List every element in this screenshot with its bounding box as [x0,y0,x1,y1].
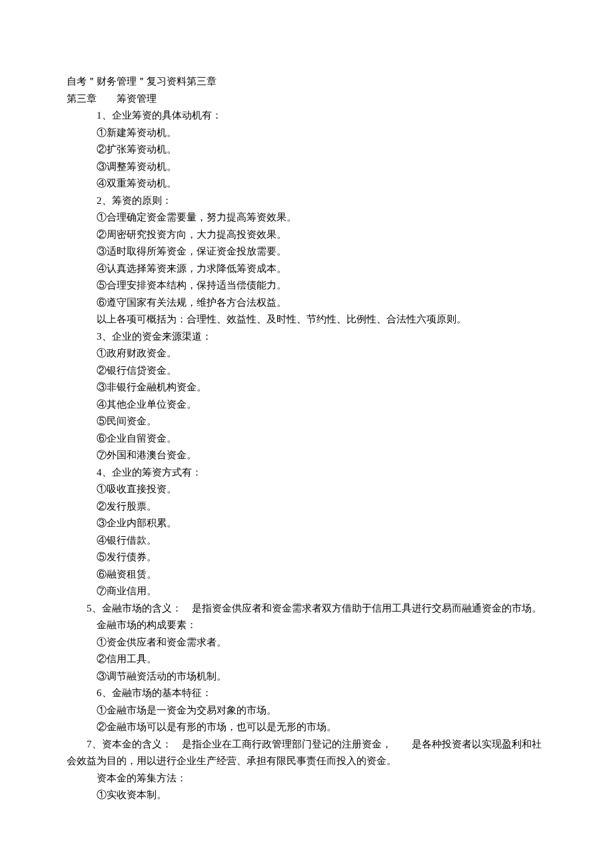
section-5-sub: 金融市场的构成要素： [67,617,546,634]
list-item: ⑥融资租赁。 [67,566,546,584]
list-item: ②信用工具。 [67,651,546,668]
section-7-sub: 资本金的筹集方法： [67,770,546,787]
list-item: ⑤民间资金。 [67,413,546,430]
list-item: ③调整筹资动机。 [67,159,546,176]
list-item: ①资金供应者和资金需求者。 [67,634,546,651]
list-item: ①吸收直接投资。 [67,481,546,498]
list-item: ③企业内部积累。 [67,515,546,532]
list-item: ①新建筹资动机。 [67,125,546,142]
section-4-head: 4、企业的筹资方式有： [67,464,546,482]
list-item: ⑤合理安排资本结构，保持适当偿债能力。 [67,277,546,294]
section-7-head: 7、资本金的含义： 是指企业在工商行政管理部门登记的注册资金， 是各种投资者以实… [67,736,546,770]
section-3-head: 3、企业的资金来源渠道： [67,328,546,346]
list-item: ①政府财政资金。 [67,345,546,362]
section-2-summary: 以上各项可概括为：合理性、效益性、及时性、节约性、比例性、合法性六项原则。 [67,311,546,328]
list-item: ⑥遵守国家有关法规，维护各方合法权益。 [67,294,546,312]
list-item: ②发行股票。 [67,498,546,516]
list-item: ②扩张筹资动机。 [67,141,546,159]
list-item: ③适时取得所筹资金，保证资金投放需要。 [67,243,546,260]
list-item: ⑤发行债券。 [67,549,546,566]
list-item: ④认真选择筹资来源，力求降低筹资成本。 [67,260,546,278]
list-item: ①金融市场是一资金为交易对象的市场。 [67,702,546,719]
list-item: ②金融市场可以是有形的市场，也可以是无形的市场。 [67,719,546,736]
list-item: ④双重筹资动机。 [67,175,546,193]
document-title: 自考＂财务管理＂复习资料第三章 [67,73,546,91]
section-6-head: 6、金融市场的基本特征： [67,685,546,702]
list-item: ①实收资本制。 [67,787,546,804]
section-1-head: 1、企业筹资的具体动机有： [67,107,546,125]
list-item: ③调节融资活动的市场机制。 [67,668,546,685]
list-item: ⑦外国和港澳台资金。 [67,447,546,464]
chapter-heading: 第三章 筹资管理 [67,91,546,108]
list-item: ④其他企业单位资金。 [67,396,546,414]
list-item: ④银行借款。 [67,532,546,550]
list-item: ①合理确定资金需要量，努力提高筹资效果。 [67,209,546,226]
list-item: ⑦商业信用。 [67,583,546,600]
section-5-head: 5、金融市场的含义： 是指资金供应者和资金需求者双方借助于信用工具进行交易而融通… [67,600,546,618]
section-2-head: 2、筹资的原则： [67,193,546,210]
list-item: ③非银行金融机构资金。 [67,379,546,396]
list-item: ②银行信贷资金。 [67,362,546,380]
list-item: ②周密研究投资方向，大力提高投资效果。 [67,226,546,244]
list-item: ⑥企业自留资金。 [67,430,546,448]
